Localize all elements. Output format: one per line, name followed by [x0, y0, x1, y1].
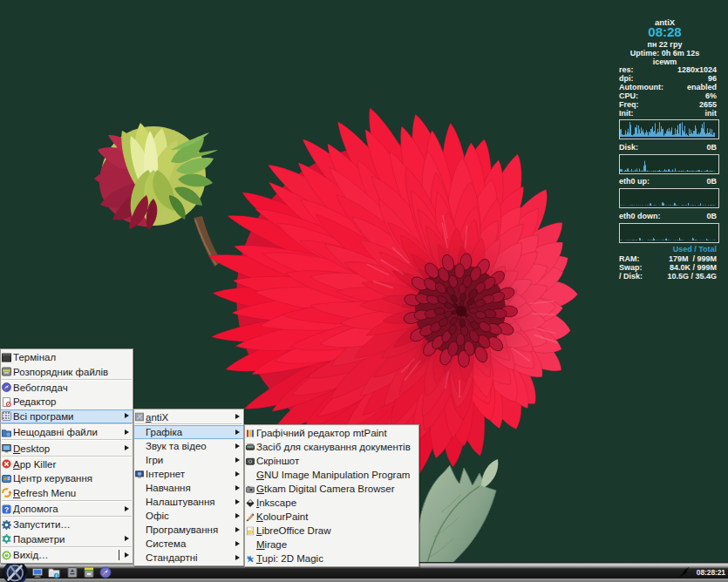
svg-text:?: ?	[4, 504, 9, 513]
